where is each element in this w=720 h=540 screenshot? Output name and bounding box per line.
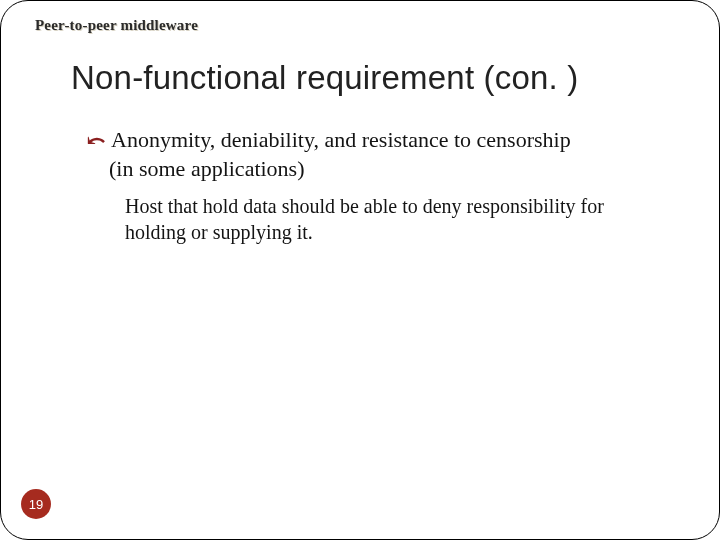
swirl-bullet-icon: ⤺	[87, 126, 105, 155]
sub-bullet-text: Host that hold data should be able to de…	[125, 193, 649, 245]
slide-title: Non-functional requirement (con. )	[71, 59, 579, 97]
bullet-item: ⤺ Anonymity, deniability, and resistance…	[87, 126, 679, 183]
page-number: 19	[29, 497, 43, 512]
bullet-row: ⤺ Anonymity, deniability, and resistance…	[87, 126, 679, 155]
bullet-text-line2: (in some applications)	[109, 155, 679, 183]
slide-header: Peer-to-peer middleware Peer-to-peer mid…	[35, 17, 198, 34]
bullet-text-line1: Anonymity, deniability, and resistance t…	[111, 126, 571, 154]
slide-header-text: Peer-to-peer middleware	[35, 17, 198, 33]
page-number-badge: 19	[21, 489, 51, 519]
slide: Peer-to-peer middleware Peer-to-peer mid…	[0, 0, 720, 540]
